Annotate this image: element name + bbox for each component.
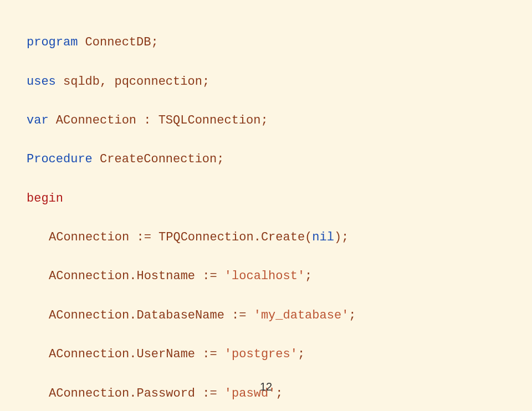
code-block: program ConnectDB; uses sqldb, pqconnect… (27, 13, 532, 411)
code-line: AConnection.Password := 'paswd'; (49, 384, 532, 403)
code-line: AConnection := TPQConnection.Create(nil)… (49, 228, 532, 247)
code-line: program ConnectDB; (27, 33, 532, 52)
code-line: AConnection.UserName := 'postgres'; (49, 345, 532, 364)
page-number: 12 (260, 378, 272, 395)
code-line: uses sqldb, pqconnection; (27, 72, 532, 91)
code-line: AConnection.Hostname := 'localhost'; (49, 266, 532, 286)
code-line: AConnection.DatabaseName := 'my_database… (49, 306, 532, 325)
code-line: Procedure CreateConnection; (27, 150, 532, 169)
code-line: begin (27, 189, 532, 208)
code-line: var AConnection : TSQLConnection; (27, 111, 532, 130)
